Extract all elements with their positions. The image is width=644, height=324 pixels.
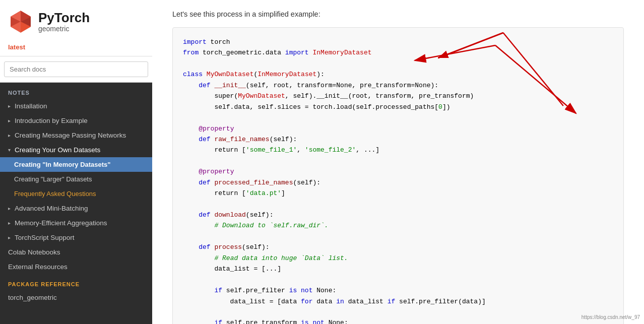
code-line-1: import torch <box>183 37 613 47</box>
sidebar: PyTorch geometric latest NOTES ▸ Install… <box>0 0 152 324</box>
main-content: Let's see this process in a simplified e… <box>152 0 644 324</box>
code-line-4: class MyOwnDataset(InMemoryDataset): <box>183 69 613 80</box>
sidebar-item-in-memory[interactable]: Creating "In Memory Datasets" <box>0 157 152 172</box>
sidebar-item-external[interactable]: External Resources <box>0 260 152 274</box>
arrow-icon: ▸ <box>8 118 11 123</box>
code-line-17: def download(self): <box>183 210 613 220</box>
sidebar-item-label: Colab Notebooks <box>8 248 60 256</box>
sidebar-item-label: Advanced Mini-Batching <box>15 205 88 212</box>
nav-section-package: PACKAGE REFERENCE torch_geometric <box>0 274 152 305</box>
sidebar-item-label: Creating Message Passing Networks <box>15 132 126 139</box>
arrow-icon: ▸ <box>8 235 11 240</box>
sidebar-item-colab[interactable]: Colab Notebooks <box>0 245 152 260</box>
code-line-23 <box>183 275 613 285</box>
url-badge: https://blog.csdn.net/w_97 <box>582 314 640 320</box>
sidebar-item-label: torch_geometric <box>8 294 57 301</box>
intro-paragraph: Let's see this process in a simplified e… <box>172 10 624 18</box>
version-label: latest <box>8 43 25 51</box>
code-line-12 <box>183 156 613 166</box>
code-line-6: super(MyOwnDataset, self).__init__(root,… <box>183 91 613 101</box>
sidebar-item-introduction[interactable]: ▸ Introduction by Example <box>0 113 152 128</box>
code-line-24: if self.pre_filter is not None: <box>183 285 613 296</box>
arrow-icon: ▸ <box>8 220 11 226</box>
code-line-20: def process(self): <box>183 242 613 252</box>
logo-pytorch: PyTorch <box>38 11 90 25</box>
sidebar-item-label: External Resources <box>8 263 68 271</box>
code-line-5: def __init__(self, root, transform=None,… <box>183 80 613 91</box>
code-line-3 <box>183 58 613 69</box>
code-line-13: @property <box>183 166 613 177</box>
sidebar-item-message-passing[interactable]: ▸ Creating Message Passing Networks <box>0 128 152 143</box>
sidebar-item-mini-batching[interactable]: ▸ Advanced Mini-Batching <box>0 201 152 216</box>
package-ref-label: PACKAGE REFERENCE <box>0 274 152 290</box>
arrow-icon: ▸ <box>8 103 11 109</box>
sidebar-item-installation[interactable]: ▸ Installation <box>0 99 152 113</box>
sidebar-item-label: Installation <box>15 102 47 110</box>
nav-section-notes: NOTES ▸ Installation ▸ Introduction by E… <box>0 83 152 274</box>
code-line-11: return ['some_file_1', 'some_file_2', ..… <box>183 145 613 155</box>
arrow-icon: ▸ <box>8 206 11 211</box>
sidebar-item-faq[interactable]: Frequently Asked Questions <box>0 186 152 201</box>
code-line-7: self.data, self.slices = torch.load(self… <box>183 102 613 112</box>
sidebar-item-own-datasets[interactable]: ▾ Creating Your Own Datasets <box>0 143 152 157</box>
arrow-icon: ▸ <box>8 133 11 138</box>
logo-area: PyTorch geometric <box>0 0 152 41</box>
search-input[interactable] <box>4 61 148 77</box>
logo-text: PyTorch geometric <box>38 11 90 33</box>
sidebar-item-torch-geometric[interactable]: torch_geometric <box>0 290 152 305</box>
logo-geometric: geometric <box>38 25 90 33</box>
code-line-22: data_list = [...] <box>183 264 613 274</box>
version-bar: latest <box>0 41 152 56</box>
notes-section-label: NOTES <box>0 83 152 99</box>
code-line-2: from torch_geometric.data import InMemor… <box>183 47 613 58</box>
sidebar-item-label: Creating "Larger" Datasets <box>14 175 92 183</box>
sidebar-item-label: Frequently Asked Questions <box>14 190 96 198</box>
search-area <box>0 56 152 83</box>
sidebar-item-label: TorchScript Support <box>15 234 75 241</box>
sidebar-item-label: Creating "In Memory Datasets" <box>14 161 111 168</box>
sidebar-item-torchscript[interactable]: ▸ TorchScript Support <box>0 230 152 245</box>
arrow-icon: ▾ <box>8 147 11 153</box>
sidebar-item-label: Creating Your Own Datasets <box>15 146 100 154</box>
pytorch-geometric-logo <box>8 9 33 34</box>
code-line-8 <box>183 112 613 123</box>
sidebar-item-larger[interactable]: Creating "Larger" Datasets <box>0 172 152 186</box>
code-line-19 <box>183 231 613 242</box>
code-line-14: def processed_file_names(self): <box>183 177 613 188</box>
code-line-15: return ['data.pt'] <box>183 188 613 199</box>
code-line-16 <box>183 199 613 210</box>
sidebar-item-memory-agg[interactable]: ▸ Memory-Efficient Aggregations <box>0 216 152 230</box>
code-line-9: @property <box>183 123 613 134</box>
code-line-25: data_list = [data for data in data_list … <box>183 296 613 307</box>
sidebar-item-label: Memory-Efficient Aggregations <box>15 219 107 227</box>
sidebar-item-label: Introduction by Example <box>15 117 88 124</box>
code-line-27: if self.pre_transform is not None: <box>183 317 613 324</box>
code-line-10: def raw_file_names(self): <box>183 134 613 145</box>
code-line-26 <box>183 307 613 317</box>
code-line-18: # Download to `self.raw_dir`. <box>183 220 613 231</box>
code-line-21: # Read data into huge `Data` list. <box>183 253 613 264</box>
code-block: import torch from torch_geometric.data i… <box>172 27 624 324</box>
